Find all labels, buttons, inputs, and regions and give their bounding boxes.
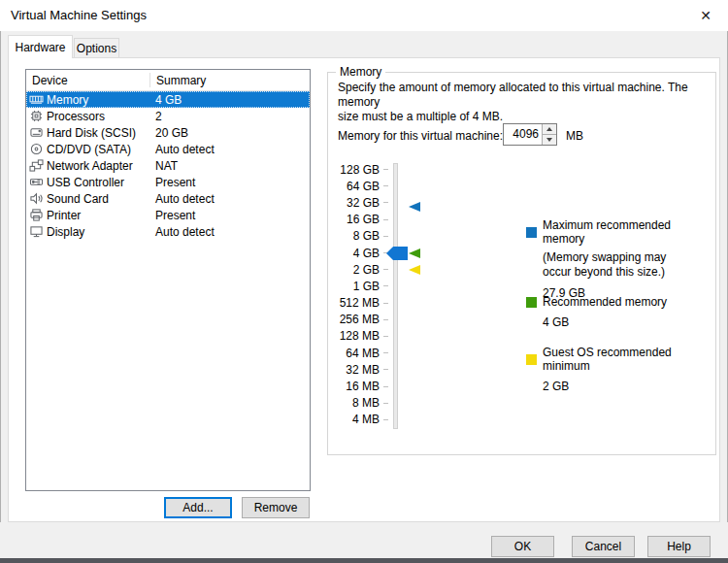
tick-mark <box>383 319 388 320</box>
scale-label: 128 GB <box>328 163 380 177</box>
network-adapter-icon <box>29 159 45 173</box>
tick-mark <box>383 336 388 337</box>
memory-slider-track[interactable] <box>393 163 398 429</box>
tab-hardware-label: Hardware <box>15 41 65 54</box>
memory-group-title: Memory <box>336 65 385 79</box>
memory-description: Specify the amount of memory allocated t… <box>338 81 712 124</box>
memory-scale: 128 GB 64 GB 32 GB 16 GB 8 GB 4 GB 2 GB … <box>328 161 388 428</box>
legend-max-recommended: Maximum recommended memory (Memory swapp… <box>526 218 711 300</box>
dialog-footer: OK Cancel Help <box>0 522 728 558</box>
device-name: Printer <box>47 209 81 222</box>
scale-label: 4 MB <box>328 413 380 426</box>
device-row-memory[interactable]: Memory 4 GB <box>26 91 310 108</box>
ok-button[interactable]: OK <box>491 536 554 557</box>
sound-icon <box>29 192 45 206</box>
cd-dvd-icon <box>29 143 45 156</box>
column-header-summary[interactable]: Summary <box>149 74 206 87</box>
device-summary: 2 <box>155 110 162 123</box>
device-summary: Auto detect <box>155 143 215 156</box>
device-row-display[interactable]: Display Auto detect <box>26 223 310 240</box>
scale-label: 2 GB <box>328 263 380 277</box>
device-summary: Auto detect <box>155 192 215 206</box>
add-button[interactable]: Add... <box>164 497 232 518</box>
device-summary: NAT <box>155 159 178 173</box>
legend-square-green-icon <box>526 297 537 308</box>
scale-label: 16 MB <box>328 380 380 393</box>
memory-slider-thumb[interactable] <box>386 247 408 260</box>
dialog-title: Virtual Machine Settings <box>11 8 147 22</box>
device-summary: Present <box>155 176 195 189</box>
memory-field-label: Memory for this virtual machine: <box>338 129 503 143</box>
tick-mark <box>383 202 388 203</box>
tab-hardware[interactable]: Hardware <box>8 35 73 58</box>
scale-label: 256 MB <box>328 313 380 326</box>
tab-options[interactable]: Options <box>74 38 119 58</box>
device-row-processors[interactable]: Processors 2 <box>26 108 310 124</box>
scale-label: 8 GB <box>328 229 380 243</box>
device-name: Hard Disk (SCSI) <box>47 126 136 140</box>
tab-options-label: Options <box>77 42 116 55</box>
legend-value: 4 GB <box>543 315 711 329</box>
scale-label: 4 GB <box>328 247 380 260</box>
hardware-tab-page: Device Summary Memory 4 GB Processors 2 <box>8 57 720 522</box>
tick-mark <box>383 185 388 186</box>
scale-label: 32 GB <box>328 196 380 210</box>
legend-label: Maximum recommended memory <box>543 218 711 246</box>
help-button[interactable]: Help <box>647 536 711 557</box>
device-list-header[interactable]: Device Summary <box>26 70 310 91</box>
hard-disk-icon <box>29 126 45 140</box>
scale-label: 8 MB <box>328 396 380 410</box>
device-row-network-adapter[interactable]: Network Adapter NAT <box>26 157 310 174</box>
memory-icon <box>29 93 45 107</box>
scale-label: 16 GB <box>328 213 380 226</box>
column-header-device[interactable]: Device <box>26 74 149 87</box>
cancel-button[interactable]: Cancel <box>572 536 635 557</box>
window-bottom-edge <box>0 558 728 563</box>
legend-label: Recommended memory <box>543 295 667 309</box>
tick-mark <box>383 386 388 387</box>
printer-icon <box>29 209 45 222</box>
legend-guest-os-minimum: Guest OS recommended minimum 2 GB <box>526 346 711 393</box>
processor-icon <box>29 110 45 123</box>
memory-groupbox: Memory Specify the amount of memory allo… <box>327 72 716 455</box>
scale-label: 64 GB <box>328 180 380 193</box>
device-row-sound-card[interactable]: Sound Card Auto detect <box>26 190 310 207</box>
memory-size-value[interactable]: 4096 <box>504 124 542 145</box>
device-row-printer[interactable]: Printer Present <box>26 207 310 223</box>
memory-spinner <box>542 124 556 145</box>
scale-label: 1 GB <box>328 280 380 293</box>
device-list: Device Summary Memory 4 GB Processors 2 <box>25 69 311 491</box>
tick-mark <box>383 352 388 353</box>
tick-mark <box>383 303 388 304</box>
device-name: Processors <box>47 110 105 123</box>
usb-icon <box>29 176 45 189</box>
remove-button[interactable]: Remove <box>242 497 310 518</box>
device-name: Network Adapter <box>47 159 133 173</box>
recommended-marker-icon <box>409 248 420 258</box>
tick-mark <box>383 285 388 286</box>
spinner-up-icon <box>546 127 552 131</box>
device-name: Memory <box>47 93 88 107</box>
tick-mark <box>383 403 388 404</box>
device-row-cd-dvd[interactable]: CD/DVD (SATA) Auto detect <box>26 141 310 157</box>
guest-os-minimum-marker-icon <box>409 265 420 275</box>
device-summary: Present <box>155 209 195 222</box>
legend-label: Guest OS recommended minimum <box>543 346 711 373</box>
device-name: USB Controller <box>47 176 124 189</box>
spinner-down-icon <box>546 138 552 142</box>
device-row-hard-disk[interactable]: Hard Disk (SCSI) 20 GB <box>26 124 310 141</box>
tick-mark <box>383 369 388 370</box>
legend-value: 2 GB <box>543 380 711 393</box>
device-row-usb-controller[interactable]: USB Controller Present <box>26 174 310 190</box>
device-summary: 20 GB <box>155 126 188 140</box>
spinner-down-button[interactable] <box>543 135 556 145</box>
memory-size-input[interactable]: 4096 <box>503 123 557 146</box>
vm-settings-dialog: Virtual Machine Settings ✕ Hardware Opti… <box>0 0 728 563</box>
scale-label: 64 MB <box>328 347 380 360</box>
column-divider[interactable] <box>149 73 150 87</box>
tick-mark <box>383 169 388 170</box>
scale-label: 32 MB <box>328 363 380 377</box>
spinner-up-button[interactable] <box>543 124 556 135</box>
scale-label: 512 MB <box>328 296 380 310</box>
close-icon[interactable]: ✕ <box>685 2 726 29</box>
